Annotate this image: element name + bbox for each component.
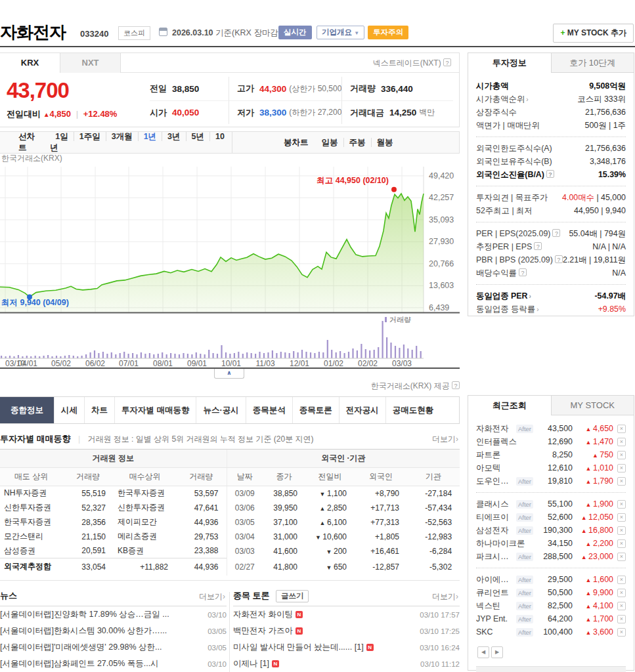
after-hours-badge: After bbox=[516, 602, 533, 610]
remove-stock-button[interactable]: × bbox=[617, 628, 626, 637]
seller-name[interactable]: 한국투자증권 bbox=[0, 515, 62, 530]
seller-name[interactable]: 모간스탠리 bbox=[0, 530, 62, 544]
remove-stock-button[interactable]: × bbox=[617, 589, 626, 597]
stock-link[interactable]: 삼성전자 bbox=[476, 525, 516, 536]
stock-link[interactable]: 파크시스템.. bbox=[476, 551, 516, 562]
period-option[interactable]: 3개월 bbox=[106, 132, 138, 141]
seller-name[interactable]: NH투자증권 bbox=[0, 486, 62, 501]
stock-link[interactable]: 큐리언트 bbox=[476, 587, 516, 598]
nav-tab[interactable]: 뉴스·공시 bbox=[196, 397, 245, 423]
remove-stock-button[interactable]: × bbox=[617, 526, 626, 535]
up-arrow-icon: ▲ bbox=[586, 629, 593, 636]
period-option[interactable]: 1일 bbox=[50, 132, 73, 141]
news-item-title[interactable]: [서울데이터랩]진양화학 17.89% 상승…금일 ... bbox=[0, 609, 202, 620]
help-icon[interactable]: ? bbox=[452, 381, 460, 389]
news-item-title[interactable]: [서울데이터랩]삼화페인트 27.05% 폭등...시 bbox=[0, 658, 202, 669]
news-item-title[interactable]: [서울데이터랩]한화시스템 30.00% 상한가…... bbox=[0, 625, 202, 637]
stock-link[interactable]: 하나마이크론 bbox=[476, 538, 536, 549]
collapse-button[interactable]: ∧ bbox=[214, 369, 244, 379]
tab-order-book[interactable]: 호가 10단계 bbox=[552, 53, 634, 73]
help-icon[interactable]: ? bbox=[534, 242, 542, 250]
seller-name[interactable]: 삼성증권 bbox=[0, 544, 62, 558]
nav-tab[interactable]: 종목분석 bbox=[246, 397, 292, 423]
caution-badge[interactable]: 투자주의 bbox=[368, 26, 408, 39]
institution-net: -57,434 bbox=[407, 501, 460, 515]
remove-stock-button[interactable]: × bbox=[617, 602, 626, 610]
candle-option[interactable]: 일봉 bbox=[317, 138, 343, 147]
stock-price: 19,810 bbox=[536, 476, 573, 486]
remove-stock-button[interactable]: × bbox=[617, 477, 626, 486]
realtime-badge[interactable]: 실시간 bbox=[278, 26, 312, 39]
help-icon[interactable]: ? bbox=[555, 255, 563, 263]
buyer-name[interactable]: 신한투자증권 bbox=[114, 501, 176, 515]
candle-option[interactable]: 주봉 bbox=[343, 138, 371, 147]
remove-stock-button[interactable]: × bbox=[617, 513, 626, 522]
stat-label: 전일 bbox=[150, 83, 167, 94]
nav-tab[interactable]: 종목토론 bbox=[292, 397, 339, 423]
buyer-name[interactable]: 메리츠증권 bbox=[114, 530, 176, 544]
period-option[interactable]: 5년 bbox=[186, 132, 209, 141]
nav-tab[interactable]: 투자자별 매매동향 bbox=[114, 397, 196, 423]
remove-stock-button[interactable]: × bbox=[617, 615, 626, 623]
buyer-name[interactable]: 제이피모간 bbox=[114, 515, 176, 530]
remove-stock-button[interactable]: × bbox=[617, 464, 626, 472]
remove-stock-button[interactable]: × bbox=[617, 425, 626, 433]
info-row: 투자의견 | 목표주가4.00매수 | 45,000 bbox=[476, 191, 626, 204]
discussion-item-title[interactable]: 이제나 [1]N bbox=[233, 658, 415, 669]
write-post-button[interactable]: 글쓰기 bbox=[276, 590, 309, 602]
nav-tab[interactable]: 시세 bbox=[54, 397, 84, 423]
discussion-item-title[interactable]: 자화전자 화이팅N bbox=[233, 609, 414, 620]
seller-name[interactable]: 신한투자증권 bbox=[0, 501, 62, 515]
remove-stock-button[interactable]: × bbox=[617, 576, 626, 584]
tab-nxt[interactable]: NXT bbox=[60, 53, 121, 73]
remove-stock-button[interactable]: × bbox=[617, 553, 626, 561]
remove-stock-button[interactable]: × bbox=[617, 500, 626, 509]
tab-krx[interactable]: KRX bbox=[0, 53, 60, 73]
remove-stock-button[interactable]: × bbox=[617, 438, 626, 446]
discussion-item-title[interactable]: 미사일 발사대 만들어 놨는데...... [1]N bbox=[233, 642, 414, 653]
tab-recent-view[interactable]: 최근조회 bbox=[468, 396, 552, 415]
discussion-item-title[interactable]: 백만전자 가즈아N bbox=[233, 625, 414, 637]
remove-stock-button[interactable]: × bbox=[617, 539, 626, 548]
stock-link[interactable]: 도우인시스 bbox=[476, 476, 516, 487]
stock-link[interactable]: 인터플렉스 bbox=[476, 436, 536, 448]
discussion-more-link[interactable]: 더보기› bbox=[432, 591, 458, 602]
help-icon[interactable]: ? bbox=[443, 58, 451, 66]
stock-link[interactable]: JYP Ent. bbox=[476, 614, 516, 623]
news-item-title[interactable]: [서울데이터랩]'미래에셋생명' 29.98% 상한... bbox=[0, 642, 202, 653]
next-page-button[interactable]: ▶ bbox=[491, 646, 503, 658]
buyer-name[interactable]: 한국투자증권 bbox=[114, 486, 176, 501]
nav-tab[interactable]: 공매도현황 bbox=[385, 397, 441, 423]
stock-link[interactable]: SKC bbox=[476, 627, 516, 637]
value-segment: -54.97배 bbox=[594, 291, 626, 301]
stock-link[interactable]: 아이에스동.. bbox=[476, 574, 516, 585]
nav-tab[interactable]: 종합정보 bbox=[0, 397, 54, 423]
trading-more-link[interactable]: 더보기› bbox=[432, 434, 458, 445]
period-option[interactable]: 1주일 bbox=[74, 132, 106, 141]
help-icon[interactable]: ? bbox=[519, 268, 527, 276]
tab-invest-info[interactable]: 투자정보 bbox=[468, 53, 552, 73]
period-option[interactable]: 3년 bbox=[162, 132, 185, 141]
my-stock-add-button[interactable]: + MY STOCK 추가 bbox=[553, 24, 634, 43]
candle-option[interactable]: 월봉 bbox=[371, 138, 399, 147]
prev-page-button[interactable]: ◀ bbox=[477, 646, 489, 658]
stock-link[interactable]: 자화전자 bbox=[476, 423, 516, 434]
info-label: 액면가 | 매매단위 bbox=[476, 120, 540, 131]
stock-link[interactable]: 클래시스 bbox=[476, 499, 516, 510]
stock-link[interactable]: 넥스틴 bbox=[476, 600, 516, 612]
chevron-right-icon: › bbox=[536, 306, 538, 313]
tab-my-stock[interactable]: MY STOCK bbox=[552, 396, 634, 415]
period-option[interactable]: 1년 bbox=[138, 132, 162, 141]
help-icon[interactable]: ? bbox=[552, 229, 560, 237]
company-overview-button[interactable]: 기업개요 ▼ bbox=[317, 26, 364, 39]
stock-link[interactable]: 아모텍 bbox=[476, 463, 536, 474]
stock-price: 12,610 bbox=[536, 463, 573, 472]
help-icon[interactable]: ? bbox=[546, 170, 554, 178]
nav-tab[interactable]: 차트 bbox=[84, 397, 114, 423]
buyer-name[interactable]: KB증권 bbox=[114, 544, 176, 558]
remove-stock-button[interactable]: × bbox=[617, 451, 626, 459]
nav-tab[interactable]: 전자공시 bbox=[339, 397, 385, 423]
news-more-link[interactable]: 더보기› bbox=[199, 591, 225, 602]
stock-link[interactable]: 파트론 bbox=[476, 450, 536, 461]
stock-link[interactable]: 티에프이 bbox=[476, 512, 516, 523]
